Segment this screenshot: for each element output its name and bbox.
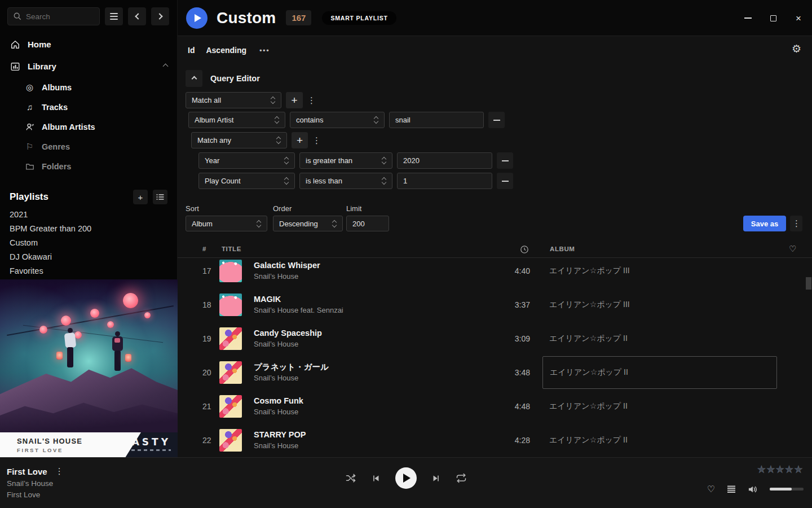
playlist-item[interactable]: 2021 (0, 208, 177, 222)
gear-icon[interactable]: ⚙ (792, 42, 801, 55)
track-album: エイリアン☆ポップ II (549, 424, 812, 457)
add-playlist-button[interactable]: + (133, 190, 148, 204)
subrule-operator-select[interactable]: is greater than (299, 152, 392, 169)
player-right-controls: ♡ (707, 484, 804, 494)
track-number: 19 (202, 334, 219, 343)
minimize-button[interactable] (742, 12, 753, 24)
column-number[interactable]: # (202, 246, 206, 252)
kebab-menu-icon[interactable]: ⋮ (307, 95, 315, 106)
star-icon[interactable]: ★ (757, 464, 765, 475)
playlist-item[interactable]: Custom (0, 236, 177, 250)
queue-button[interactable] (727, 485, 736, 493)
sidebar-item-album-artists[interactable]: Album Artists (0, 117, 177, 137)
playlist-play-button[interactable] (186, 7, 208, 29)
search-input[interactable] (7, 7, 100, 25)
playlist-menu-button[interactable] (153, 190, 167, 204)
favorite-button[interactable]: ♡ (707, 484, 715, 494)
menu-button[interactable] (105, 7, 123, 25)
subrule-value-input[interactable] (397, 152, 492, 169)
remove-rule-button[interactable] (497, 152, 513, 169)
clock-icon[interactable] (520, 245, 529, 254)
star-icon[interactable]: ★ (785, 464, 793, 475)
star-icon[interactable]: ★ (776, 464, 784, 475)
chevron-up-icon[interactable] (163, 64, 169, 69)
star-icon[interactable]: ★ (795, 464, 802, 475)
sidebar-item-home[interactable]: Home (0, 33, 177, 55)
shuffle-icon (345, 472, 356, 484)
collapse-query-editor-button[interactable] (186, 70, 202, 87)
track-artist: Snail’s House (254, 272, 298, 281)
match-all-select[interactable]: Match all (186, 92, 281, 108)
table-row[interactable]: 22 STARRY POPSnail’s House 4:28 エイリアン☆ポッ… (178, 423, 812, 457)
remove-rule-button[interactable] (488, 112, 505, 128)
subrule-field-select[interactable]: Play Count (198, 173, 295, 189)
table-row[interactable]: 21 Cosmo FunkSnail’s House 4:48 エイリアン☆ポッ… (178, 389, 812, 423)
sidebar-item-genres[interactable]: ⚐ Genres (0, 137, 177, 156)
track-title: プラネット・ガール (254, 362, 329, 371)
table-row[interactable]: 20 プラネット・ガールSnail’s House 3:48 エイリアン☆ポップ… (178, 356, 812, 389)
subrule-field-select[interactable]: Year (198, 152, 295, 169)
column-album[interactable]: ALBUM (550, 246, 575, 252)
sidebar-item-albums[interactable]: ◎ Albums (0, 77, 177, 97)
sort-select[interactable]: Album (186, 216, 267, 231)
playlist-item[interactable]: DJ Okawari (0, 250, 177, 264)
table-row[interactable]: 19 Candy SpaceshipSnail’s House 3:09 エイリ… (178, 322, 812, 356)
playlist-item[interactable]: BPM Greater than 200 (0, 222, 177, 236)
rating-stars: ★ ★ ★ ★ ★ (757, 464, 802, 475)
previous-button[interactable] (371, 474, 381, 483)
rule-field-select[interactable]: Album Artist (188, 112, 285, 128)
scrollbar-thumb[interactable] (806, 277, 811, 290)
add-rule-button[interactable]: + (286, 92, 303, 108)
rule-value-input[interactable] (389, 112, 484, 128)
now-playing-menu-button[interactable]: ⋮ (55, 466, 63, 476)
playlist-item[interactable]: Favorites (0, 264, 177, 278)
subrule-operator-select[interactable]: is less than (299, 173, 392, 189)
add-group-rule-button[interactable]: + (292, 132, 308, 148)
track-duration: 3:37 (475, 300, 530, 309)
close-button[interactable]: × (793, 12, 804, 24)
sidebar-item-folders[interactable]: Folders (0, 156, 177, 176)
select-spinner-icon (382, 156, 386, 165)
shuffle-button[interactable] (345, 472, 356, 484)
maximize-button[interactable] (767, 12, 779, 24)
track-number: 18 (202, 300, 219, 309)
repeat-button[interactable] (456, 472, 467, 484)
back-button[interactable] (128, 7, 146, 25)
sidebar-item-tracks[interactable]: ♫ Tracks (0, 97, 177, 117)
more-options-button[interactable]: ••• (259, 46, 270, 55)
sort-order-button[interactable]: Ascending (206, 46, 246, 55)
star-icon[interactable]: ★ (767, 464, 775, 475)
minimize-icon (744, 17, 752, 19)
save-options-button[interactable]: ⋮ (790, 216, 802, 231)
sidebar-item-library[interactable]: Library (0, 55, 177, 77)
remove-rule-button[interactable] (497, 173, 513, 189)
folder-icon (25, 162, 34, 171)
home-icon (10, 40, 20, 50)
play-pause-button[interactable] (395, 467, 417, 489)
lantern (61, 316, 71, 326)
now-playing-artwork[interactable]: TASTY SNAIL'S HOUSE FIRST LOVE (0, 279, 178, 457)
track-duration: 4:48 (475, 402, 530, 411)
track-album-focused-cell[interactable]: エイリアン☆ポップ II (542, 356, 777, 389)
rule-operator-select[interactable]: contains (290, 112, 385, 128)
app-window: Home Library ◎ Albums ♫ Tracks (0, 0, 812, 508)
maximize-icon (770, 15, 776, 21)
save-as-button[interactable]: Save as (743, 216, 786, 231)
table-row[interactable]: 17 Galactic WhisperSnail’s House 4:40 エイ… (178, 258, 812, 288)
forward-button[interactable] (151, 7, 169, 25)
kebab-menu-icon[interactable]: ⋮ (312, 135, 320, 146)
next-button[interactable] (431, 474, 441, 483)
volume-slider[interactable] (770, 488, 804, 491)
match-any-select[interactable]: Match any (191, 132, 287, 148)
sort-field-button[interactable]: Id (188, 46, 195, 55)
search-field[interactable] (26, 12, 88, 21)
lantern (123, 293, 138, 308)
order-select[interactable]: Descending (273, 216, 343, 231)
heart-icon[interactable]: ♡ (789, 244, 797, 254)
track-art (219, 327, 242, 350)
volume-button[interactable] (748, 485, 758, 494)
column-title[interactable]: TITLE (222, 246, 241, 252)
subrule-value-input[interactable] (397, 173, 492, 189)
limit-input[interactable] (346, 216, 389, 231)
table-row[interactable]: 18 MAGIKSnail’s House feat. Sennzai 3:37… (178, 288, 812, 322)
